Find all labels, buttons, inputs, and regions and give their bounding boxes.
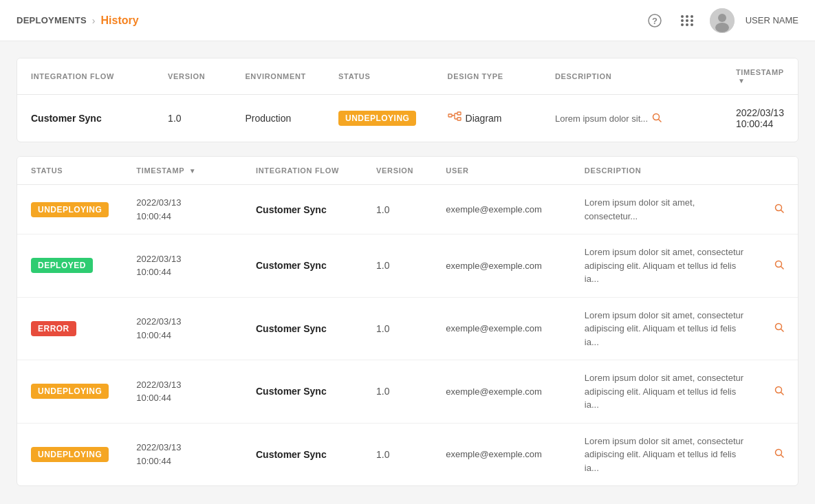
top-table: INTEGRATION FLOW VERSION ENVIRONMENT STA…	[17, 58, 798, 142]
hist-col-header-integration-flow: INTEGRATION FLOW	[242, 157, 362, 185]
col-header-description: DESCRIPTION	[541, 58, 722, 95]
hist-row-version: 1.0	[362, 234, 432, 298]
hist-row-timestamp: 2022/03/1310:00:44	[122, 360, 242, 424]
hist-status-badge: UNDEPLOYING	[31, 447, 109, 462]
hist-row-description: Lorem ipsum dolor sit amet, consectetur …	[571, 297, 761, 360]
hist-row-user: exemple@exemple.com	[432, 423, 571, 485]
top-row-timestamp: 2022/03/13 10:00:44	[722, 95, 798, 142]
svg-line-13	[659, 119, 662, 122]
header-actions: ? USER NAME	[644, 8, 798, 33]
diagram-icon	[448, 111, 461, 125]
top-row-status: UNDEPLOYING	[325, 95, 434, 142]
hist-row-action[interactable]	[761, 423, 798, 485]
svg-rect-7	[457, 118, 461, 120]
history-card: STATUS TIMESTAMP ▼ INTEGRATION FLOW VERS…	[17, 156, 798, 486]
sort-desc-icon: ▼	[738, 77, 746, 85]
hist-row-user: exemple@exemple.com	[432, 185, 571, 234]
grid-menu-button[interactable]	[677, 10, 699, 32]
hist-row-version: 1.0	[362, 297, 432, 360]
hist-row-version: 1.0	[362, 185, 432, 234]
hist-row-timestamp: 2022/03/1310:00:44	[122, 297, 242, 360]
svg-line-19	[781, 329, 783, 332]
svg-line-21	[781, 392, 783, 395]
svg-line-15	[781, 210, 783, 213]
svg-rect-5	[448, 114, 452, 117]
svg-point-4	[715, 23, 729, 32]
svg-point-3	[718, 14, 726, 22]
hist-row-description: Lorem ipsum dolor sit amet, consectetur …	[571, 423, 761, 485]
hist-row-user: exemple@exemple.com	[432, 360, 571, 424]
history-table-row: UNDEPLOYING 2022/03/1310:00:44 Customer …	[17, 185, 798, 234]
hist-col-header-user: USER	[432, 157, 571, 185]
hist-row-status: ERROR	[17, 297, 122, 360]
hist-status-badge: DEPLOYED	[31, 258, 93, 273]
status-badge-undeploying: UNDEPLOYING	[338, 111, 416, 126]
hist-col-header-timestamp[interactable]: TIMESTAMP ▼	[122, 157, 242, 185]
hist-row-timestamp: 2022/03/1310:00:44	[122, 185, 242, 234]
hist-status-badge: ERROR	[31, 321, 76, 336]
hist-row-version: 1.0	[362, 423, 432, 485]
col-header-version: VERSION	[154, 58, 231, 95]
design-type-label: Diagram	[466, 113, 502, 124]
history-table-row: DEPLOYED 2022/03/1310:00:44 Customer Syn…	[17, 234, 798, 298]
hist-col-header-description: DESCRIPTION	[571, 157, 761, 185]
hist-row-status: UNDEPLOYING	[17, 423, 122, 485]
top-row-design-type: Diagram	[434, 95, 541, 142]
hist-row-user: exemple@exemple.com	[432, 297, 571, 360]
hist-row-timestamp: 2022/03/1310:00:44	[122, 234, 242, 298]
hist-col-header-status: STATUS	[17, 157, 122, 185]
col-header-environment: ENVIRONMENT	[231, 58, 325, 95]
breadcrumb-parent: DEPLOYMENTS	[17, 15, 87, 25]
hist-row-action[interactable]	[761, 185, 798, 234]
avatar	[710, 8, 735, 33]
username-label: USER NAME	[746, 15, 798, 25]
svg-rect-6	[457, 112, 461, 115]
hist-search-icon[interactable]	[774, 386, 784, 395]
col-header-status: STATUS	[325, 58, 434, 95]
hist-row-description: Lorem ipsum dolor sit amet, consectetur …	[571, 360, 761, 424]
history-table-row: UNDEPLOYING 2022/03/1310:00:44 Customer …	[17, 360, 798, 424]
hist-row-status: DEPLOYED	[17, 234, 122, 298]
col-header-integration-flow: INTEGRATION FLOW	[17, 58, 154, 95]
hist-row-timestamp: 2022/03/1310:00:44	[122, 423, 242, 485]
hist-row-action[interactable]	[761, 234, 798, 298]
hist-row-integration-flow: Customer Sync	[242, 423, 362, 485]
grid-icon	[681, 15, 694, 26]
hist-search-icon[interactable]	[774, 448, 784, 458]
history-table-row: UNDEPLOYING 2022/03/1310:00:44 Customer …	[17, 423, 798, 485]
svg-line-23	[781, 455, 783, 458]
breadcrumb-arrow: ›	[92, 15, 96, 26]
top-row-version: 1.0	[154, 95, 231, 142]
hist-row-status: UNDEPLOYING	[17, 360, 122, 424]
help-icon: ?	[648, 14, 662, 28]
top-table-header-row: INTEGRATION FLOW VERSION ENVIRONMENT STA…	[17, 58, 798, 95]
hist-row-status: UNDEPLOYING	[17, 185, 122, 234]
hist-row-action[interactable]	[761, 360, 798, 424]
top-deployment-card: INTEGRATION FLOW VERSION ENVIRONMENT STA…	[17, 58, 798, 142]
hist-row-integration-flow: Customer Sync	[242, 297, 362, 360]
hist-col-header-action	[761, 157, 798, 185]
col-header-design-type: DESIGN TYPE	[434, 58, 541, 95]
hist-row-version: 1.0	[362, 360, 432, 424]
hist-row-integration-flow: Customer Sync	[242, 360, 362, 424]
hist-row-integration-flow: Customer Sync	[242, 185, 362, 234]
hist-row-action[interactable]	[761, 297, 798, 360]
hist-status-badge: UNDEPLOYING	[31, 384, 109, 399]
hist-sort-desc-icon: ▼	[189, 167, 197, 175]
top-row-description: Lorem ipsum dolor sit...	[541, 95, 722, 142]
history-table-header-row: STATUS TIMESTAMP ▼ INTEGRATION FLOW VERS…	[17, 157, 798, 185]
main-content: INTEGRATION FLOW VERSION ENVIRONMENT STA…	[0, 41, 815, 504]
top-table-row: Customer Sync 1.0 Production UNDEPLOYING	[17, 95, 798, 142]
hist-row-description: Lorem ipsum dolor sit amet, consectetur.…	[571, 185, 761, 234]
description-search-icon[interactable]	[652, 113, 662, 124]
history-table: STATUS TIMESTAMP ▼ INTEGRATION FLOW VERS…	[17, 157, 798, 485]
help-button[interactable]: ?	[644, 10, 666, 32]
hist-search-icon[interactable]	[774, 204, 784, 213]
svg-line-17	[781, 266, 783, 269]
svg-text:?: ?	[652, 16, 658, 26]
hist-search-icon[interactable]	[774, 322, 784, 332]
hist-search-icon[interactable]	[774, 260, 784, 270]
breadcrumb: DEPLOYMENTS › History	[17, 14, 139, 27]
hist-col-header-version: VERSION	[362, 157, 432, 185]
col-header-timestamp[interactable]: TIMESTAMP ▼	[722, 58, 798, 95]
